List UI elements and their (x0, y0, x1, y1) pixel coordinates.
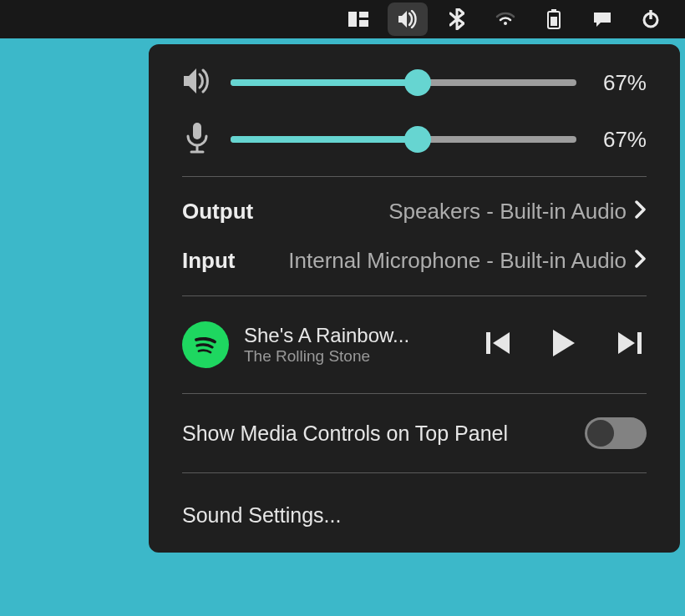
input-volume-row: 67% (182, 121, 647, 158)
chevron-right-icon (635, 199, 647, 225)
svg-rect-8 (193, 123, 201, 139)
input-device-value: Internal Microphone - Built-in Audio (288, 248, 627, 274)
chat-tray-icon[interactable] (583, 0, 622, 38)
sound-settings-link[interactable]: Sound Settings... (182, 492, 647, 528)
output-device-row[interactable]: Output Speakers - Built-in Audio (182, 195, 647, 228)
svg-rect-12 (637, 332, 642, 354)
divider (182, 295, 647, 296)
svg-rect-0 (348, 12, 357, 27)
divider (182, 393, 647, 394)
top-panel (0, 0, 685, 38)
svg-rect-11 (486, 332, 490, 354)
power-tray-icon[interactable] (632, 0, 670, 38)
bluetooth-tray-icon[interactable] (438, 0, 476, 38)
output-slider-thumb[interactable] (404, 69, 431, 96)
svg-rect-2 (359, 20, 368, 27)
output-volume-row: 67% (182, 68, 647, 98)
media-title: She's A Rainbow... (244, 324, 471, 347)
sound-panel: 67% 67% Output Speakers - Built-in Audio… (147, 43, 682, 554)
media-controls-toggle-label: Show Media Controls on Top Panel (182, 422, 508, 446)
speaker-icon (182, 68, 212, 98)
previous-track-icon[interactable] (486, 332, 511, 357)
svg-rect-7 (649, 10, 652, 19)
toggle-knob (587, 420, 614, 447)
svg-rect-5 (551, 17, 557, 26)
input-slider-thumb[interactable] (404, 126, 431, 153)
output-device-value: Speakers - Built-in Audio (388, 199, 627, 225)
output-device-label: Output (182, 199, 253, 225)
media-player-row: She's A Rainbow... The Rolling Stone (182, 315, 647, 375)
divider (182, 176, 647, 177)
media-controls-toggle-row: Show Media Controls on Top Panel (182, 412, 647, 454)
media-artist: The Rolling Stone (244, 347, 471, 366)
wifi-tray-icon[interactable] (486, 0, 525, 38)
workspace-switcher-icon[interactable] (339, 0, 378, 38)
svg-rect-1 (359, 12, 368, 18)
input-volume-value: 67% (595, 127, 647, 153)
volume-tray-icon[interactable] (388, 3, 428, 36)
chevron-right-icon (635, 248, 647, 274)
output-volume-value: 67% (595, 70, 647, 96)
input-volume-slider[interactable] (231, 136, 576, 143)
divider (182, 472, 647, 473)
next-track-icon[interactable] (616, 332, 642, 357)
media-controls-toggle[interactable] (585, 417, 647, 449)
microphone-icon (182, 121, 212, 158)
media-info[interactable]: She's A Rainbow... The Rolling Stone (244, 324, 471, 366)
input-device-label: Input (182, 248, 236, 274)
spotify-icon[interactable] (182, 321, 229, 368)
battery-tray-icon[interactable] (535, 0, 573, 38)
play-icon[interactable] (551, 330, 576, 360)
input-device-row[interactable]: Input Internal Microphone - Built-in Aud… (182, 245, 647, 277)
output-volume-slider[interactable] (231, 79, 576, 86)
